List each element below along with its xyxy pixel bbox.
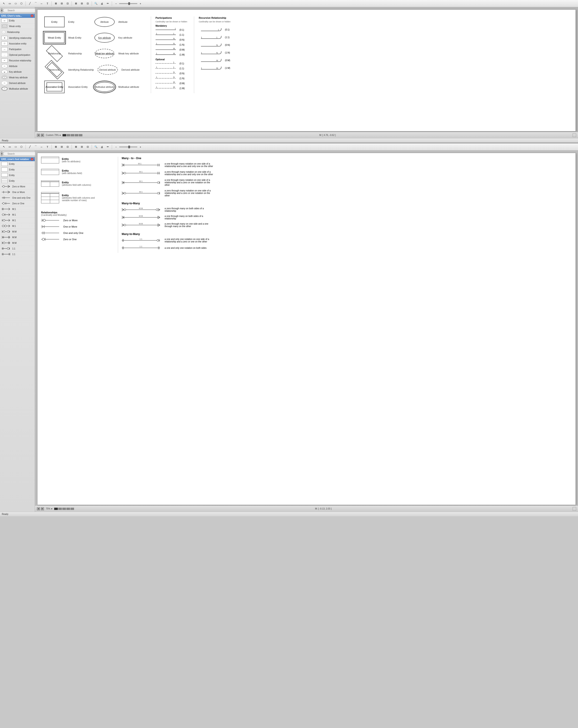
toolbar2-rect-btn[interactable]: ▭: [7, 145, 12, 150]
toolbar-diamond-btn[interactable]: ⬡: [19, 1, 24, 6]
sidebar2-item-m1-1[interactable]: M:1: [0, 206, 35, 212]
toolbar2-zoom-page-btn[interactable]: ⊟: [79, 145, 84, 150]
sidebar2-toggle-btn[interactable]: ≡: [1, 152, 2, 156]
toolbar2-diamond-btn[interactable]: ⬡: [19, 145, 24, 150]
sidebar-item-participation[interactable]: — Participation: [0, 47, 35, 52]
toolbar2-arrow-btn[interactable]: ↖: [1, 145, 6, 150]
toolbar-paint-btn[interactable]: ✏: [105, 1, 110, 6]
part-opt-svg-1N: 1 N: [155, 77, 178, 80]
toolbar2-search-btn[interactable]: 🔍: [94, 145, 98, 150]
page-tab-2[interactable]: [67, 134, 70, 136]
toolbar2-connector-btn[interactable]: ↔: [39, 145, 44, 150]
sidebar2-item-m1-2[interactable]: M:1: [0, 212, 35, 217]
sidebar2-item-one-more[interactable]: One or More: [0, 189, 35, 195]
search-input-1[interactable]: [3, 8, 38, 12]
toolbar-line-btn[interactable]: ╱: [27, 1, 32, 6]
grid-btn-2[interactable]: [573, 507, 576, 511]
sidebar2-item-mm-3[interactable]: M:M: [0, 240, 35, 246]
sidebar-item-entity[interactable]: ▭ Entity: [0, 18, 35, 24]
sidebar2-item-entity-2[interactable]: Entity: [0, 167, 35, 173]
page-tab-4[interactable]: [75, 134, 78, 136]
sidebar2-item-m1-4[interactable]: M:1: [0, 223, 35, 229]
page-tab-5[interactable]: [79, 134, 82, 136]
toolbar2-group-btn[interactable]: ⊞: [53, 145, 58, 150]
page2-tab-1[interactable]: [54, 508, 58, 510]
many-to-many-title-2: Many-to-Many: [122, 233, 572, 236]
toolbar-ellipse-btn[interactable]: ⬭: [13, 1, 18, 6]
grid-btn-1[interactable]: [573, 133, 576, 137]
toolbar-2: ↖ ▭ ⬭ ⬡ ╱ ⌒ ↔ T ⊞ ⊟ ⊡ ⊞ ⊟ ⊡ 🔍 🖨 ✏ − +: [0, 144, 578, 151]
canvas-area-1[interactable]: Entity Entity Attribute Attribute Weak E: [35, 7, 578, 138]
toolbar2-arrange-btn[interactable]: ⊡: [65, 145, 70, 150]
page2-tab-4[interactable]: [66, 508, 70, 510]
sidebar2-item-zero-one[interactable]: Zero or One: [0, 201, 35, 206]
zoom-slider-1[interactable]: [119, 3, 137, 4]
sidebar2-item-11-1[interactable]: 1:1: [0, 246, 35, 252]
sidebar-item-relationship[interactable]: ◇ Relationship: [0, 29, 35, 35]
toolbar-zoom-sel-btn[interactable]: ⊡: [85, 1, 90, 6]
sidebar-item-weak-key[interactable]: ⬭ Weak key attribute: [0, 75, 35, 80]
sidebar-item-key-attr[interactable]: ⬭ Key attribute: [0, 69, 35, 75]
rel-one-one-row: One and only One: [41, 231, 114, 235]
toolbar2-curve-btn[interactable]: ⌒: [33, 145, 38, 150]
toolbar-arrange-btn[interactable]: ⊡: [65, 1, 70, 6]
sidebar2-item-11-2[interactable]: 1:1: [0, 252, 35, 257]
sidebar-close-btn-1[interactable]: ×: [31, 15, 33, 17]
sidebar2-item-zero-more[interactable]: Zero or More: [0, 184, 35, 189]
sidebar-item-derived-attr[interactable]: ⬭ Derived attribute: [0, 80, 35, 86]
sidebar-item-id-relationship[interactable]: ◈ Identifying relationship: [0, 35, 35, 41]
sidebar2-item-mm-1[interactable]: M:M: [0, 229, 35, 235]
toolbar2-paint-btn[interactable]: ✏: [105, 145, 110, 150]
toolbar-zoom-page-btn[interactable]: ⊟: [79, 1, 84, 6]
toolbar-ungroup-btn[interactable]: ⊟: [59, 1, 64, 6]
page2-tab-3[interactable]: [62, 508, 66, 510]
sidebar2-item-m1-3[interactable]: M:1: [0, 217, 35, 223]
toolbar2-line-btn[interactable]: ╱: [27, 145, 32, 150]
page-next-btn-1[interactable]: ▶: [41, 134, 44, 137]
zoom-dropdown-btn-2[interactable]: ▾: [51, 508, 52, 510]
toolbar-arrow-btn[interactable]: ↖: [1, 1, 6, 6]
sidebar-toggle-btn[interactable]: ≡: [1, 8, 2, 12]
sidebar2-item-one-one[interactable]: One and only One: [0, 195, 35, 201]
canvas-area-2[interactable]: Entity (with no attributes) Entity: [35, 151, 578, 512]
sidebar2-item-entity-1[interactable]: Entity: [0, 161, 35, 167]
sidebar-close-btn-2[interactable]: ×: [31, 158, 33, 160]
sidebar-item-opt-participation[interactable]: - - Optional participation: [0, 52, 35, 58]
sidebar-item-recursive[interactable]: ↩ Recursive relationship: [0, 58, 35, 63]
toolbar-connector-btn[interactable]: ↔: [39, 1, 44, 6]
sidebar-item-multivalue-attr[interactable]: ⬭ Multivalue attribute: [0, 86, 35, 92]
zoom-slider-2[interactable]: [119, 147, 137, 148]
page-prev-btn-1[interactable]: ◀: [37, 134, 40, 137]
toolbar-group-btn[interactable]: ⊞: [53, 1, 58, 6]
toolbar-text-btn[interactable]: T: [45, 1, 50, 6]
toolbar2-zoom-sel-btn[interactable]: ⊡: [85, 145, 90, 150]
toolbar2-zoom-fit-btn[interactable]: ⊞: [73, 145, 78, 150]
page-next-btn-2[interactable]: ▶: [41, 507, 44, 511]
page-prev-btn-2[interactable]: ◀: [37, 507, 40, 511]
sidebar2-item-mm-2[interactable]: M:M: [0, 235, 35, 240]
zoom-minus-btn[interactable]: −: [114, 1, 119, 6]
toolbar-rect-btn[interactable]: ▭: [7, 1, 12, 6]
toolbar2-ungroup-btn[interactable]: ⊟: [59, 145, 64, 150]
sidebar2-item-entity-4[interactable]: Entity: [0, 178, 35, 184]
toolbar-print-btn[interactable]: 🖨: [99, 1, 104, 6]
sidebar-item-weak-entity[interactable]: ▭▭ Weak entity: [0, 24, 35, 29]
zoom2-plus-btn[interactable]: +: [138, 145, 143, 150]
page2-tab-5[interactable]: [71, 508, 74, 510]
toolbar-zoom-fit-btn[interactable]: ⊞: [73, 1, 78, 6]
page2-tab-2[interactable]: [58, 508, 62, 510]
page-tab-3[interactable]: [71, 134, 74, 136]
search-input-2[interactable]: [3, 152, 38, 156]
zoom-plus-btn[interactable]: +: [138, 1, 143, 6]
toolbar2-ellipse-btn[interactable]: ⬭: [13, 145, 18, 150]
page-tab-1[interactable]: [62, 134, 66, 136]
sidebar-item-assoc-entity[interactable]: ⬡ Associative entity: [0, 41, 35, 47]
zoom-dropdown-btn-1[interactable]: ▾: [59, 134, 61, 136]
zoom2-minus-btn[interactable]: −: [114, 145, 119, 150]
sidebar2-item-entity-3[interactable]: Entity: [0, 173, 35, 178]
sidebar-item-attribute[interactable]: ⬭ Attribute: [0, 63, 35, 69]
toolbar2-print-btn[interactable]: 🖨: [99, 145, 104, 150]
toolbar-search-btn[interactable]: 🔍: [94, 1, 98, 6]
toolbar-curve-btn[interactable]: ⌒: [33, 1, 38, 6]
toolbar2-text-btn[interactable]: T: [45, 145, 50, 150]
